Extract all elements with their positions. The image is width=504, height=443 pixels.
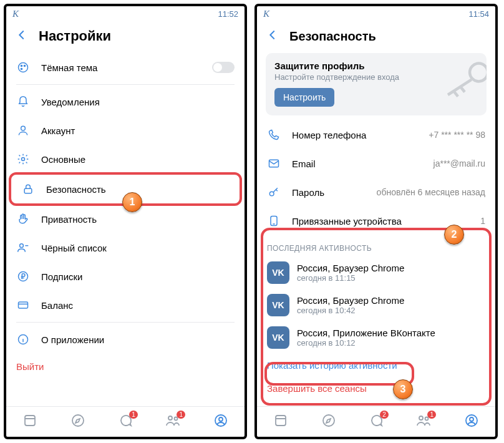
session-row[interactable]: VK Россия, Приложение ВКонтакте сегодня … (257, 321, 495, 354)
page-title: Безопасность (289, 29, 376, 44)
row-password[interactable]: Пароль обновлён 6 месяцев назад (257, 178, 495, 207)
setting-dark-theme[interactable]: Тёмная тема (6, 53, 245, 82)
svg-rect-9 (19, 302, 28, 308)
session-title: Россия, Браузер Chrome (297, 295, 404, 306)
status-app: K (263, 9, 269, 19)
gear-icon (16, 152, 30, 166)
svg-rect-21 (276, 416, 286, 426)
setting-label: Баланс (41, 300, 73, 311)
setting-label: О приложении (41, 334, 104, 345)
svg-point-3 (21, 68, 22, 69)
svg-point-5 (22, 158, 25, 161)
session-row[interactable]: VK Россия, Браузер Chrome сегодня в 10:4… (257, 289, 495, 321)
svg-rect-6 (24, 188, 32, 193)
hand-icon (16, 212, 30, 226)
header: Безопасность (257, 22, 495, 53)
svg-point-1 (21, 65, 22, 66)
setting-account[interactable]: Аккаунт (6, 116, 245, 145)
row-label: Пароль (292, 187, 324, 198)
status-bar: K 11:52 (6, 6, 245, 22)
vk-icon: VK (267, 261, 289, 284)
status-time: 11:54 (468, 9, 489, 19)
setting-label: Тёмная тема (41, 62, 97, 73)
row-value: 1 (480, 216, 485, 226)
svg-point-4 (21, 126, 26, 130)
setting-label: Чёрный список (41, 243, 107, 253)
session-time: сегодня в 10:12 (297, 338, 435, 348)
user-remove-icon (16, 241, 30, 255)
nav-messages-icon[interactable]: 2 (369, 413, 384, 431)
setting-label: Безопасность (46, 184, 106, 195)
devices-icon (267, 214, 281, 228)
nav-discover-icon[interactable] (321, 413, 336, 431)
nav-messages-icon[interactable]: 1 (118, 413, 133, 431)
row-label: Email (292, 158, 316, 169)
svg-point-13 (168, 416, 172, 420)
settings-list: Тёмная тема Уведомления Аккаунт Основные… (6, 53, 245, 406)
callout-3: 3 (393, 379, 413, 399)
svg-point-16 (219, 417, 223, 421)
row-value: +7 *** *** ** 98 (429, 130, 485, 140)
status-time: 11:52 (218, 9, 238, 19)
setting-label: Приватность (41, 214, 97, 225)
security-screen: K 11:54 Безопасность Защитите профиль На… (254, 4, 498, 439)
header: Настройки (6, 22, 245, 53)
nav-badge: 1 (129, 411, 138, 419)
setting-label: Основные (41, 154, 85, 165)
show-history-link[interactable]: Показать историю активности (257, 354, 495, 377)
key-icon (267, 185, 281, 199)
row-label: Привязанные устройства (292, 216, 402, 226)
bottom-nav: 1 1 (6, 406, 245, 437)
svg-point-17 (470, 64, 487, 82)
setting-label: Уведомления (41, 97, 100, 107)
svg-point-19 (269, 192, 274, 196)
setting-general[interactable]: Основные (6, 145, 245, 173)
setting-subscriptions[interactable]: Подписки (6, 262, 245, 291)
nav-feed-icon[interactable] (273, 413, 288, 431)
vk-icon: VK (267, 294, 289, 316)
nav-profile-icon[interactable] (213, 413, 228, 431)
svg-point-22 (323, 415, 334, 426)
setting-blocklist[interactable]: Чёрный список (6, 233, 245, 262)
end-sessions-link[interactable]: Завершить все сеансы (257, 377, 495, 400)
nav-friends-icon[interactable]: 1 (165, 413, 180, 431)
settings-screen: K 11:52 Настройки Тёмная тема Уведомлени… (4, 4, 247, 439)
row-phone[interactable]: Номер телефона +7 *** *** ** 98 (257, 120, 495, 149)
session-time: сегодня в 10:42 (297, 306, 404, 315)
nav-discover-icon[interactable] (70, 413, 85, 431)
session-row[interactable]: VK Россия, Браузер Chrome сегодня в 11:1… (257, 256, 495, 289)
row-value: обновлён 6 месяцев назад (377, 187, 485, 197)
nav-badge: 1 (177, 411, 185, 419)
callout-1: 1 (122, 192, 142, 212)
palette-icon (16, 61, 30, 74)
row-label: Номер телефона (292, 130, 366, 140)
nav-profile-icon[interactable] (464, 413, 479, 431)
lock-icon (21, 182, 35, 196)
back-icon[interactable] (15, 28, 29, 44)
row-email[interactable]: Email ja***@mail.ru (257, 149, 495, 178)
session-title: Россия, Браузер Chrome (297, 263, 404, 273)
page-title: Настройки (39, 28, 111, 44)
bottom-nav: 2 1 (257, 406, 495, 437)
logout-button[interactable]: Выйти (6, 354, 245, 379)
key-icon (437, 56, 487, 102)
protect-card: Защитите профиль Настройте подтверждение… (266, 53, 487, 115)
svg-point-2 (24, 65, 25, 66)
setting-notifications[interactable]: Уведомления (6, 87, 245, 116)
protect-button[interactable]: Настроить (274, 88, 334, 107)
theme-toggle[interactable] (212, 62, 235, 73)
setting-balance[interactable]: Баланс (6, 291, 245, 319)
callout-2: 2 (444, 225, 464, 245)
back-icon[interactable] (266, 28, 279, 44)
setting-about[interactable]: О приложении (6, 325, 245, 354)
info-icon (16, 333, 30, 346)
divider (16, 84, 235, 85)
setting-label: Подписки (41, 271, 83, 282)
mail-icon (267, 157, 281, 170)
svg-rect-11 (25, 416, 35, 426)
divider (16, 322, 235, 323)
nav-friends-icon[interactable]: 1 (416, 413, 431, 431)
session-title: Россия, Приложение ВКонтакте (297, 328, 435, 338)
svg-point-7 (20, 244, 24, 248)
nav-feed-icon[interactable] (22, 413, 37, 431)
